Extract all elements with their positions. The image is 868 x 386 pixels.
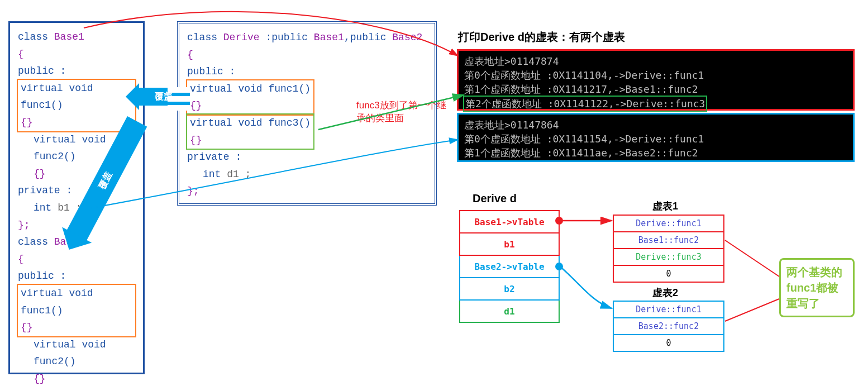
vptr2-dot-icon	[555, 263, 563, 270]
derive-decl: class Derive :public Base1,public Base2	[187, 32, 422, 43]
private-kw: private :	[18, 185, 72, 196]
object-title: Derive d	[473, 192, 517, 205]
brace: {}	[18, 370, 135, 386]
derive-func1: virtual void func1(){}	[187, 80, 313, 115]
obj-row-b1: b1	[460, 233, 559, 255]
object-layout-table: Base1->vTable b1 Base2->vTable b2 d1	[459, 210, 560, 323]
private-kw: private :	[187, 151, 241, 163]
vtable1-title: 虚表1	[652, 199, 678, 213]
override-callout: 两个基类的func1都被重写了	[779, 258, 855, 317]
vtable1: Derive::func1 Base1::func2 Derive::func3…	[613, 215, 724, 283]
console-vtable1: 虚表地址>01147874 第0个虚函数地址 :0X1141104,->Deri…	[457, 49, 855, 111]
obj-row-base2-vptr: Base2->vTable	[460, 255, 559, 278]
public-kw: public :	[18, 270, 66, 282]
console-func3-highlight: 第2个虚函数地址 :0X1141122,->Derive::func3	[464, 97, 706, 111]
vptr1-dot-icon	[555, 217, 563, 225]
vtable2-title: 虚表2	[652, 286, 678, 299]
base1-func1: virtual void func1(){}	[18, 80, 135, 131]
end: };	[18, 220, 30, 231]
public-kw: public :	[187, 66, 235, 77]
end: };	[187, 185, 199, 197]
obj-row-base1-vptr: Base1->vTable	[460, 211, 559, 233]
public-kw: public :	[18, 65, 66, 77]
arrow-gap-icon	[168, 84, 190, 117]
base1-decl: class Base1	[18, 31, 84, 42]
base-classes-code: class Base1 { public : virtual void func…	[8, 21, 145, 374]
obj-row-d1: d1	[460, 300, 559, 322]
func3-note: func3放到了第一个继承的类里面	[356, 99, 454, 125]
svg-line-1	[725, 299, 779, 321]
base2-func1: virtual void func1(){}	[18, 285, 135, 336]
console-title: 打印Derive d的虚表：有两个虚表	[458, 30, 625, 45]
derive-func3: virtual void func3(){}	[187, 115, 313, 149]
obj-row-b2: b2	[460, 278, 559, 300]
console-vtable2: 虚表地址>01147864 第0个虚函数地址 :0X1141154,->Deri…	[457, 113, 855, 162]
vtable2: Derive::func1 Base2::func2 0	[613, 301, 724, 352]
svg-line-0	[725, 240, 779, 277]
base2-func2: virtual void func2()	[18, 336, 135, 370]
